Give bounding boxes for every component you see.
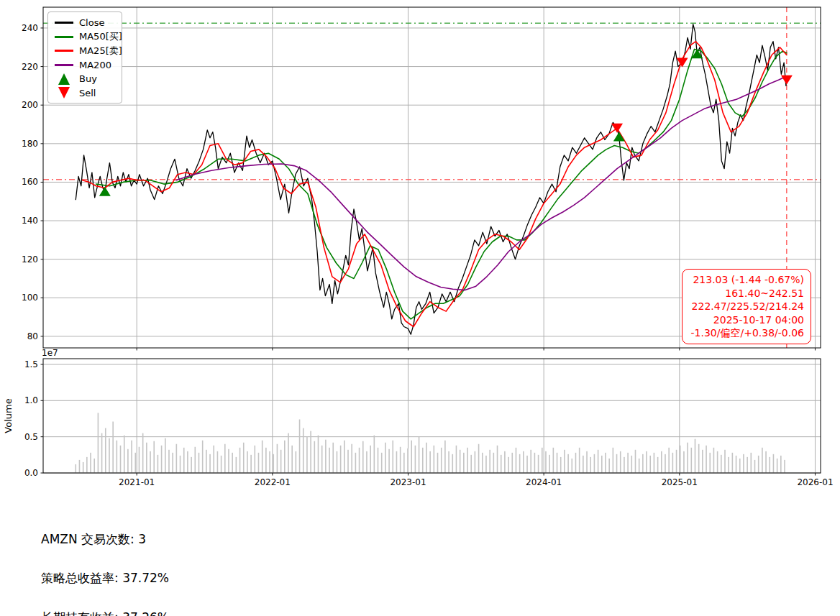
- volume-bar: [269, 451, 270, 473]
- volume-bar: [526, 456, 528, 473]
- volume-bar: [329, 448, 330, 473]
- volume-bar: [247, 451, 248, 473]
- volume-bar: [773, 454, 775, 473]
- stats-strategy-return: 策略总收益率: 37.72%: [41, 571, 437, 584]
- volume-bar: [523, 451, 524, 473]
- sell-marker: [781, 75, 793, 85]
- legend-marker-swatch: [53, 87, 75, 98]
- volume-bar: [347, 450, 349, 473]
- volume-bar: [642, 454, 644, 473]
- annotation-line: 213.03 (-1.44 -0.67%): [689, 273, 804, 287]
- y-tick-label: 160: [22, 177, 38, 187]
- legend-line-swatch: [53, 64, 75, 66]
- y-tick-label: 240: [22, 23, 38, 33]
- volume-bar: [657, 457, 659, 473]
- volume-bar: [635, 450, 636, 473]
- volume-bar: [366, 451, 368, 473]
- volume-bar: [758, 456, 759, 473]
- legend-item-label: MA200: [79, 60, 111, 70]
- volume-bar: [504, 451, 506, 473]
- y-tick-label: 100: [22, 293, 38, 303]
- volume-bar: [221, 456, 222, 473]
- volume-bar: [318, 436, 319, 473]
- volume-bar: [90, 453, 91, 473]
- buy-marker: [613, 132, 625, 141]
- volume-bar: [255, 446, 256, 473]
- sell-triangle-icon: [58, 87, 70, 98]
- volume-bar: [672, 453, 674, 473]
- volume-bar: [388, 449, 390, 473]
- volume-bar: [717, 451, 718, 473]
- volume-bar: [586, 451, 588, 473]
- volume-bar: [228, 449, 229, 473]
- legend-line-swatch: [53, 22, 75, 24]
- volume-bar: [422, 448, 424, 473]
- volume-bar: [434, 446, 435, 473]
- volume-bar: [765, 451, 767, 473]
- volume-bar: [273, 454, 274, 473]
- volume-offset-label: 1e7: [42, 348, 58, 358]
- volume-bar: [493, 453, 495, 473]
- volume-bar: [146, 443, 147, 473]
- volume-bar: [680, 446, 681, 473]
- legend-item: MA200: [53, 58, 116, 73]
- volume-bar: [161, 446, 163, 473]
- volume-bar: [112, 422, 114, 473]
- volume-bar: [709, 453, 711, 473]
- volume-bar: [683, 451, 685, 473]
- volume-bar: [284, 441, 286, 473]
- volume-bar: [407, 449, 408, 473]
- volume-bar: [213, 446, 214, 473]
- volume-bar: [403, 453, 405, 473]
- volume-bar: [557, 453, 558, 473]
- stats-block: AMZN 交易次数: 3 策略总收益率: 37.72% 长期持有收益: 37.2…: [41, 506, 437, 616]
- volume-bar: [739, 459, 741, 473]
- volume-bar: [153, 441, 155, 473]
- volume-bar: [441, 448, 442, 473]
- legend-item-label: MA50[买]: [79, 30, 122, 43]
- trade-markers: [99, 49, 793, 196]
- volume-bar: [232, 453, 233, 473]
- volume-bar: [83, 462, 84, 473]
- volume-bar: [706, 446, 707, 473]
- volume-bar: [676, 450, 677, 473]
- annotation-lines: 213.03 (-1.44 -0.67%)161.40~242.51222.47…: [689, 273, 804, 340]
- volume-bar: [654, 453, 655, 473]
- volume-bar: [590, 457, 591, 473]
- volume-bar: [101, 433, 103, 473]
- volume-bar: [332, 443, 334, 473]
- volume-bar: [639, 459, 640, 473]
- volume-bar: [288, 433, 289, 473]
- volume-bar: [351, 444, 352, 473]
- volume-bar: [191, 457, 192, 473]
- volume-bar: [165, 438, 166, 473]
- volume-bar: [426, 443, 427, 473]
- volume-bar: [168, 450, 170, 473]
- legend-item-label: Buy: [79, 73, 97, 84]
- volume-bar: [482, 453, 483, 473]
- volume-bar: [769, 457, 770, 473]
- volume-bar: [508, 457, 509, 473]
- x-tick-label: 2023-01: [390, 477, 426, 487]
- line-swatch: [55, 64, 73, 66]
- volume-bar: [713, 448, 715, 473]
- legend-item-label: MA25[卖]: [79, 45, 122, 58]
- volume-bar: [575, 453, 577, 473]
- volume-bar: [661, 451, 662, 473]
- x-tick-label: 2026-01: [797, 477, 833, 487]
- annotation-line: 222.47/225.52/214.24: [689, 300, 804, 313]
- volume-bar: [627, 453, 629, 473]
- volume-bar: [411, 441, 412, 473]
- axes: 801001201401601802002202400.00.51.01.520…: [3, 7, 834, 487]
- volume-bar: [601, 456, 603, 473]
- volume-bar: [415, 446, 416, 473]
- volume-bar: [258, 453, 260, 473]
- volume-bar: [198, 453, 200, 473]
- volume-bar: [209, 454, 211, 473]
- volume-bar: [344, 441, 345, 473]
- legend-item: Buy: [53, 72, 116, 86]
- volume-bar: [478, 444, 480, 473]
- volume-bars: [75, 413, 785, 473]
- volume-bar: [598, 450, 599, 473]
- volume-bar: [429, 451, 431, 473]
